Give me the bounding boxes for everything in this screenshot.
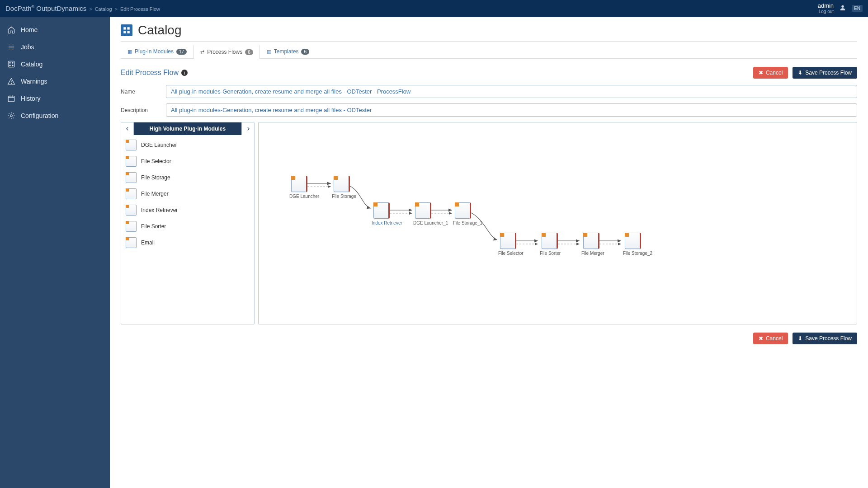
- flow-canvas[interactable]: DGE Launcher File Storage Index Retrieve…: [258, 122, 857, 324]
- user-block: admin Log out: [818, 3, 834, 14]
- svg-rect-16: [123, 27, 126, 29]
- sidebar-item-label: Configuration: [21, 112, 58, 119]
- palette-list: DGE Launcher File Selector File Storage …: [121, 135, 254, 253]
- node-icon: [373, 202, 390, 219]
- flow-icon: ⇄: [200, 49, 204, 55]
- form-row-name: Name: [121, 85, 857, 98]
- palette-item-label: File Storage: [141, 174, 170, 181]
- palette-item-file-selector[interactable]: File Selector: [121, 153, 254, 169]
- sidebar-item-label: Warnings: [21, 78, 47, 85]
- node-label: File Storage_2: [623, 251, 643, 256]
- sidebar-item-warnings[interactable]: Warnings: [0, 73, 110, 90]
- module-icon: [126, 188, 137, 199]
- flow-node-dge-launcher[interactable]: DGE Launcher: [289, 176, 309, 199]
- name-input[interactable]: [166, 85, 857, 98]
- brand-reg: ®: [32, 5, 35, 9]
- breadcrumb-catalog[interactable]: Catalog: [95, 6, 112, 12]
- page-title: Catalog: [138, 23, 182, 38]
- node-icon: [500, 233, 516, 249]
- palette-item-label: Email: [141, 239, 155, 246]
- flow-connectors: [259, 122, 857, 324]
- tab-count: 6: [245, 49, 253, 55]
- header-right: admin Log out EN: [818, 3, 863, 14]
- save-label: Save Process Flow: [805, 335, 852, 342]
- svg-rect-18: [123, 31, 126, 33]
- template-icon: ▥: [267, 49, 271, 55]
- sidebar-item-jobs[interactable]: Jobs: [0, 38, 110, 56]
- language-selector[interactable]: EN: [852, 5, 863, 12]
- save-button-bottom[interactable]: ⬇ Save Process Flow: [793, 333, 857, 344]
- breadcrumb-current: Edit Process Flow: [120, 6, 160, 12]
- sidebar: Home Jobs Catalog Warnings History Confi…: [0, 17, 110, 488]
- logout-link[interactable]: Log out: [818, 9, 834, 14]
- palette-item-file-storage[interactable]: File Storage: [121, 169, 254, 186]
- flow-node-file-storage[interactable]: File Storage: [332, 176, 352, 199]
- description-label: Description: [121, 107, 157, 113]
- flow-node-file-storage-2[interactable]: File Storage_2: [623, 233, 643, 256]
- home-icon: [7, 26, 15, 34]
- palette-item-dge-launcher[interactable]: DGE Launcher: [121, 137, 254, 153]
- module-palette: High Volume Plug-in Modules DGE Launcher…: [121, 122, 255, 324]
- sidebar-item-home[interactable]: Home: [0, 21, 110, 38]
- breadcrumb-sep: >: [115, 6, 118, 12]
- palette-header: High Volume Plug-in Modules: [121, 122, 254, 135]
- module-icon: [126, 140, 137, 150]
- palette-next-button[interactable]: [241, 122, 254, 135]
- breadcrumb: > Catalog > Edit Process Flow: [89, 6, 160, 12]
- sidebar-item-configuration[interactable]: Configuration: [0, 107, 110, 124]
- svg-point-0: [841, 5, 844, 8]
- user-icon[interactable]: [839, 4, 846, 13]
- module-icon: [126, 205, 137, 216]
- palette-item-label: File Selector: [141, 158, 171, 164]
- flow-node-index-retriever[interactable]: Index Retriever: [372, 202, 392, 225]
- gear-icon: [7, 112, 15, 120]
- tab-label: Templates: [274, 48, 299, 55]
- palette-item-file-sorter[interactable]: File Sorter: [121, 218, 254, 235]
- tabs: ▦ Plug-in Modules 17 ⇄ Process Flows 6 ▥…: [121, 44, 857, 59]
- warning-icon: [7, 77, 15, 85]
- sidebar-item-catalog[interactable]: Catalog: [0, 56, 110, 73]
- sidebar-item-history[interactable]: History: [0, 90, 110, 107]
- save-button[interactable]: ⬇ Save Process Flow: [793, 67, 857, 79]
- user-name: admin: [818, 3, 834, 9]
- svg-point-8: [12, 65, 13, 66]
- tab-templates[interactable]: ▥ Templates 6: [260, 44, 316, 58]
- node-label: DGE Launcher_1: [413, 221, 433, 225]
- bottom-button-row: ✖Cancel ⬇ Save Process Flow: [121, 333, 857, 344]
- description-input[interactable]: [166, 103, 857, 117]
- tab-count: 6: [301, 49, 309, 55]
- cancel-icon: ✖: [759, 70, 763, 76]
- palette-prev-button[interactable]: [121, 122, 134, 135]
- svg-point-10: [11, 83, 11, 84]
- info-icon[interactable]: i: [181, 70, 188, 76]
- palette-title: High Volume Plug-in Modules: [134, 122, 241, 135]
- tab-label: Process Flows: [207, 49, 242, 55]
- tab-count: 17: [176, 49, 187, 55]
- palette-item-index-retriever[interactable]: Index Retriever: [121, 202, 254, 218]
- flow-node-dge-launcher-1[interactable]: DGE Launcher_1: [413, 202, 433, 225]
- top-button-row: ✖ Cancel ⬇ Save Process Flow: [753, 67, 857, 79]
- svg-point-6: [12, 62, 13, 63]
- cancel-button-bottom[interactable]: ✖Cancel: [753, 333, 788, 344]
- svg-rect-17: [127, 27, 130, 29]
- brand-part2: OutputDynamics: [36, 5, 86, 12]
- node-icon: [583, 233, 599, 249]
- palette-item-email[interactable]: Email: [121, 235, 254, 251]
- cancel-button[interactable]: ✖ Cancel: [753, 67, 788, 79]
- svg-rect-4: [8, 61, 14, 67]
- page-title-row: Catalog: [121, 23, 857, 42]
- flow-node-file-selector[interactable]: File Selector: [498, 233, 518, 256]
- cancel-label: Cancel: [766, 335, 783, 342]
- sidebar-item-label: Catalog: [21, 61, 42, 68]
- svg-point-5: [9, 62, 10, 63]
- flow-node-file-sorter[interactable]: File Sorter: [540, 233, 560, 256]
- flow-node-file-storage-1[interactable]: File Storage_1: [453, 202, 473, 225]
- palette-item-label: File Merger: [141, 191, 169, 197]
- brand: DocPath® OutputDynamics: [5, 5, 86, 12]
- flow-node-file-merger[interactable]: File Merger: [581, 233, 601, 256]
- node-label: File Merger: [581, 251, 601, 256]
- tab-plugin-modules[interactable]: ▦ Plug-in Modules 17: [121, 44, 193, 58]
- palette-item-file-merger[interactable]: File Merger: [121, 186, 254, 202]
- name-label: Name: [121, 89, 157, 95]
- tab-process-flows[interactable]: ⇄ Process Flows 6: [193, 45, 260, 59]
